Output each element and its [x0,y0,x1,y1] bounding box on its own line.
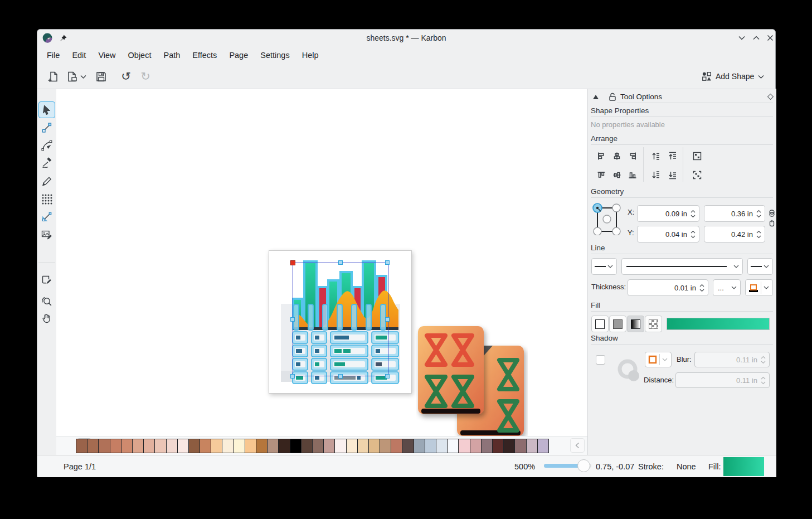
palette-swatch[interactable] [290,439,302,453]
palette-swatch[interactable] [459,439,470,453]
line-end-marker-select[interactable] [747,258,773,275]
x-input[interactable]: 0.09 in [637,205,699,222]
palette-swatch[interactable] [279,439,290,453]
raise-to-top-button[interactable] [648,148,663,163]
palette-swatch[interactable] [121,439,133,453]
palette-swatch[interactable] [448,439,459,453]
palette-swatch[interactable] [76,439,87,453]
menu-item-help[interactable]: Help [296,48,325,62]
palette-swatch[interactable] [515,439,526,453]
group-button[interactable] [689,148,704,163]
open-dropdown-chevron-icon[interactable] [79,69,87,84]
menu-item-file[interactable]: File [41,48,66,62]
height-input[interactable]: 0.42 in [704,226,765,242]
collapse-docker-icon[interactable] [592,94,599,100]
palette-swatch[interactable] [402,439,414,453]
palette-swatch[interactable] [167,439,178,453]
maximize-chevron-icon[interactable] [752,35,760,41]
anchor-position-widget[interactable] [592,202,621,235]
align-vcenter-button[interactable] [609,167,624,182]
titlebar[interactable]: sheets.svg * — Karbon [37,30,775,46]
palette-scroll-left-button[interactable] [570,438,585,453]
align-top-button[interactable] [594,167,609,182]
fill-solid-button[interactable] [609,316,626,332]
palette-swatch[interactable] [234,439,245,453]
uniform-scaling-icon[interactable] [769,220,775,227]
select-tool[interactable] [38,101,55,118]
line-start-marker-select[interactable] [591,258,617,275]
width-spinner-arrows-icon[interactable] [756,208,762,219]
palette-swatch[interactable] [527,439,538,453]
pattern-tool[interactable] [38,191,55,207]
menu-item-effects[interactable]: Effects [186,48,223,62]
keep-aspect-ratio-icon[interactable] [769,210,775,217]
palette-swatch[interactable] [144,439,155,453]
fill-gradient-preview[interactable] [667,318,770,330]
shadow-enable-checkbox[interactable] [596,355,605,365]
undo-button[interactable]: ↺ [118,69,134,84]
palette-swatch[interactable] [324,439,335,453]
palette-swatch[interactable] [391,439,402,453]
palette-swatch[interactable] [256,439,268,453]
selection-handle-bottomright[interactable] [385,374,390,379]
new-document-button[interactable] [45,69,61,84]
palette-swatch[interactable] [200,439,211,453]
selection-handle-right[interactable] [385,317,390,322]
shade-chevron-icon[interactable] [738,35,746,41]
edit-shapes-tool[interactable] [38,119,55,136]
palette-swatch[interactable] [99,439,110,453]
raise-button[interactable] [665,148,680,163]
zoom-slider-handle[interactable] [577,459,590,472]
palette-swatch[interactable] [358,439,369,453]
palette-swatch[interactable] [110,439,121,453]
palette-swatch[interactable] [369,439,380,453]
palette-swatch[interactable] [436,439,448,453]
add-shape-button[interactable]: Add Shape [697,69,769,84]
menu-item-page[interactable]: Page [223,48,254,62]
ungroup-button[interactable] [689,167,704,182]
selection-rectangle[interactable] [293,263,388,376]
palette-swatch[interactable] [155,439,166,453]
pan-tool[interactable] [38,310,55,327]
y-input[interactable]: 0.04 in [637,226,699,242]
thickness-input[interactable]: 0.01 in [628,279,708,296]
bezier-pen-tool[interactable] [38,137,55,154]
fill-gradient-button[interactable] [627,316,644,332]
width-input[interactable]: 0.36 in [704,205,765,222]
zoom-tool[interactable] [38,293,55,310]
shadow-color-select[interactable] [645,352,672,367]
x-spinner-arrows-icon[interactable] [690,208,696,219]
statusbar-fill-swatch[interactable] [723,457,764,476]
palette-swatch[interactable] [189,439,200,453]
selection-handle-left[interactable] [290,317,295,322]
thickness-spinner-arrows-icon[interactable] [699,283,705,293]
line-style-select[interactable] [621,258,743,275]
menu-item-object[interactable]: Object [122,48,158,62]
palette-swatch[interactable] [222,439,234,453]
y-spinner-arrows-icon[interactable] [690,229,696,240]
close-icon[interactable] [766,35,774,41]
palette-swatch[interactable] [335,439,346,453]
palette-swatch[interactable] [87,439,99,453]
palette-swatch[interactable] [538,439,548,453]
sheets-documents-object[interactable] [416,322,528,436]
palette-swatch[interactable] [268,439,279,453]
pattern-edit-tool[interactable] [38,226,55,243]
palette-swatch[interactable] [302,439,313,453]
palette-swatch[interactable] [380,439,391,453]
canvas[interactable] [56,89,587,436]
palette-swatch[interactable] [347,439,358,453]
lower-to-bottom-button[interactable] [648,167,663,182]
palette-swatch[interactable] [493,439,504,453]
align-right-button[interactable] [625,148,640,163]
distance-input[interactable]: 0.11 in [675,372,770,388]
gradient-tool[interactable] [38,208,55,225]
palette-swatch[interactable] [133,439,144,453]
blur-input[interactable]: 0.11 in [694,352,770,367]
dashes-select[interactable]: ... [713,279,741,296]
pencil-tool[interactable] [38,173,55,190]
lock-icon[interactable] [608,92,617,101]
selection-handle-bottom[interactable] [338,374,343,379]
selection-handle-topleft[interactable] [290,260,295,265]
selection-handle-topright[interactable] [385,260,390,265]
